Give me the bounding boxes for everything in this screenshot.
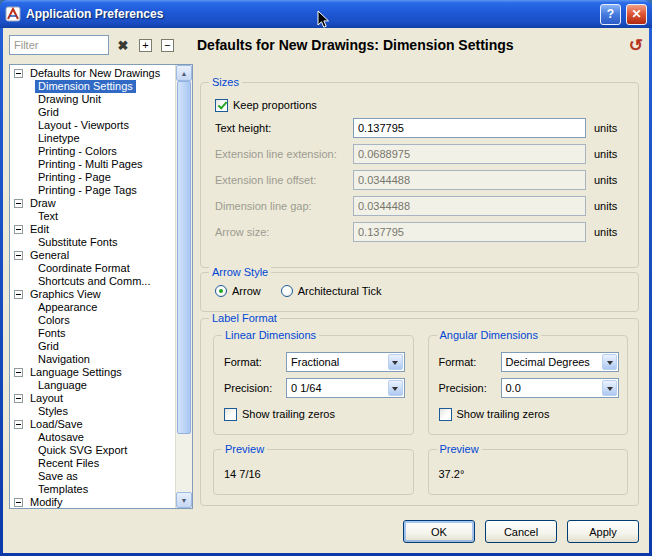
tree-item[interactable]: Autosave <box>10 431 175 444</box>
tree-expander-icon[interactable] <box>14 498 23 507</box>
tree-expander-icon[interactable] <box>14 251 23 260</box>
tree-item[interactable]: Templates <box>10 483 175 496</box>
precision-label: Precision: <box>439 382 501 394</box>
clear-filter-icon[interactable]: ✖ <box>114 38 132 53</box>
tree-item-label: Layout <box>27 392 66 405</box>
cancel-button[interactable]: Cancel <box>485 520 557 543</box>
group-caption: Sizes <box>209 76 242 88</box>
tree-item[interactable]: Language Settings <box>10 366 175 379</box>
linear-trailing-zeros[interactable]: Show trailing zeros <box>224 404 405 424</box>
tree-item[interactable]: Grid <box>10 106 175 119</box>
keep-proportions-checkbox[interactable] <box>215 99 228 112</box>
scroll-down-button[interactable]: ▼ <box>176 492 192 508</box>
angular-precision-combo[interactable]: 0.0 <box>501 378 620 398</box>
checkbox-label: Show trailing zeros <box>242 408 335 420</box>
tree-item[interactable]: Shortcuts and Comm... <box>10 275 175 288</box>
radio-label: Arrow <box>232 285 261 297</box>
expand-all-icon[interactable]: + <box>139 39 152 52</box>
tree-expander-icon[interactable] <box>14 199 23 208</box>
value-input <box>353 144 586 164</box>
tree-item[interactable]: Dimension Settings <box>10 80 175 93</box>
tree-item-label: Fonts <box>35 327 69 340</box>
radio-option[interactable]: Arrow <box>215 285 261 297</box>
apply-button[interactable]: Apply <box>567 520 639 543</box>
tree-item[interactable]: Quick SVG Export <box>10 444 175 457</box>
checkbox-label: Keep proportions <box>233 99 317 111</box>
reset-icon[interactable]: ↺ <box>629 37 643 54</box>
tree-scrollbar[interactable]: ▲ ▼ <box>175 65 192 508</box>
tree-expander-icon[interactable] <box>14 69 23 78</box>
tree-item-label: Styles <box>35 405 71 418</box>
tree-item-label: Colors <box>35 314 73 327</box>
collapse-all-icon[interactable]: − <box>161 39 174 52</box>
tree-item[interactable]: Printing - Multi Pages <box>10 158 175 171</box>
linear-trailing-checkbox[interactable] <box>224 408 237 421</box>
linear-format-combo[interactable]: Fractional <box>286 352 405 372</box>
tree-item[interactable]: Draw <box>10 197 175 210</box>
tree-item[interactable]: Recent Files <box>10 457 175 470</box>
tree-expander-icon[interactable] <box>14 368 23 377</box>
tree-expander-icon[interactable] <box>14 290 23 299</box>
tree-item-label: Autosave <box>35 431 87 444</box>
field-label: Arrow size: <box>215 226 353 238</box>
angular-trailing-checkbox[interactable] <box>439 408 452 421</box>
group-caption: Arrow Style <box>209 266 271 278</box>
scrollbar-track[interactable] <box>176 81 192 492</box>
help-button[interactable]: ? <box>600 4 621 25</box>
tree-item[interactable]: Coordinate Format <box>10 262 175 275</box>
value-input[interactable] <box>353 118 586 138</box>
tree-item[interactable]: Edit <box>10 223 175 236</box>
tree-item[interactable]: Drawing Unit <box>10 93 175 106</box>
tree-expander-icon[interactable] <box>14 394 23 403</box>
keep-proportions[interactable]: Keep proportions <box>215 95 628 115</box>
titlebar[interactable]: Application Preferences ? ✕ <box>0 0 652 28</box>
close-icon: ✕ <box>631 7 641 21</box>
tree-item-label: Quick SVG Export <box>35 444 130 457</box>
tree-item[interactable]: Appearance <box>10 301 175 314</box>
angular-dimensions-group: Angular Dimensions Format: Decimal Degre… <box>428 335 629 435</box>
angular-format-combo[interactable]: Decimal Degrees <box>501 352 620 372</box>
tree-item[interactable]: Load/Save <box>10 418 175 431</box>
tree-item[interactable]: Language <box>10 379 175 392</box>
tree-item[interactable]: Linetype <box>10 132 175 145</box>
value-input <box>353 222 586 242</box>
radio-option[interactable]: Architectural Tick <box>281 285 382 297</box>
tree-item[interactable]: Navigation <box>10 353 175 366</box>
tree-expander-icon[interactable] <box>14 225 23 234</box>
tree-item[interactable]: Defaults for New Drawings <box>10 67 175 80</box>
tree-item[interactable]: Layout - Viewports <box>10 119 175 132</box>
tree-item[interactable]: Graphics View <box>10 288 175 301</box>
chevron-down-icon[interactable] <box>602 380 617 396</box>
tree-item[interactable]: Save as <box>10 470 175 483</box>
field-label: Extension line offset: <box>215 174 353 186</box>
angular-trailing-zeros[interactable]: Show trailing zeros <box>439 404 620 424</box>
tree-item[interactable]: Printing - Page Tags <box>10 184 175 197</box>
tree-item[interactable]: General <box>10 249 175 262</box>
tree-item[interactable]: Styles <box>10 405 175 418</box>
scroll-up-button[interactable]: ▲ <box>176 65 192 81</box>
tree-item[interactable]: Fonts <box>10 327 175 340</box>
tree-item[interactable]: Modify <box>10 496 175 508</box>
scrollbar-thumb[interactable] <box>177 81 191 434</box>
chevron-down-icon[interactable] <box>388 380 403 396</box>
tree-expander-icon[interactable] <box>14 420 23 429</box>
tree-item[interactable]: Grid <box>10 340 175 353</box>
tree-item[interactable]: Layout <box>10 392 175 405</box>
unit-label: units <box>594 148 628 160</box>
sizes-group: Sizes Keep proportions Text height:units… <box>200 82 639 268</box>
close-button[interactable]: ✕ <box>626 4 647 25</box>
chevron-down-icon[interactable] <box>602 354 617 370</box>
tree-item[interactable]: Substitute Fonts <box>10 236 175 249</box>
linear-precision-combo[interactable]: 0 1/64 <box>286 378 405 398</box>
ok-button[interactable]: OK <box>403 520 475 543</box>
settings-panel: Sizes Keep proportions Text height:units… <box>200 58 641 509</box>
tree-item[interactable]: Printing - Colors <box>10 145 175 158</box>
application-preferences-window: Application Preferences ? ✕ ✖ + − Defaul… <box>0 0 652 556</box>
tree-item[interactable]: Colors <box>10 314 175 327</box>
tree-item[interactable]: Text <box>10 210 175 223</box>
chevron-down-icon[interactable] <box>388 354 403 370</box>
filter-input[interactable] <box>9 35 109 55</box>
scroll-up-icon: ▲ <box>181 70 188 77</box>
tree-item-label: Graphics View <box>27 288 104 301</box>
tree-item[interactable]: Printing - Page <box>10 171 175 184</box>
